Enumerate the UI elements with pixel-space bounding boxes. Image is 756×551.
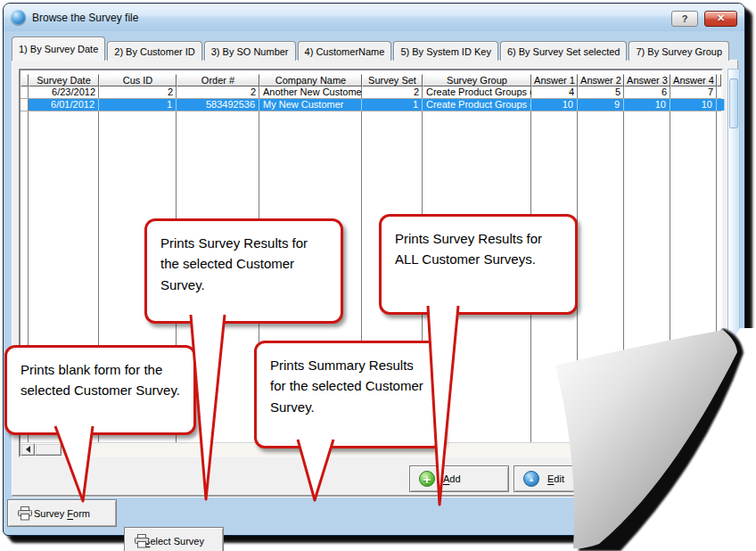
edit-button-label: Edit xyxy=(547,473,564,484)
edit-triangle-icon: ▲ xyxy=(523,471,539,487)
select-survey-button[interactable]: Select Survey xyxy=(124,527,224,551)
header-survey-group: Survey Group xyxy=(423,74,531,86)
printer-icon xyxy=(134,534,150,548)
header-survey-date: Survey Date xyxy=(29,74,99,86)
tab-by-so-number[interactable]: 3) By SO Number xyxy=(204,41,296,61)
tab-by-survey-date[interactable]: 1) By Survey Date xyxy=(12,37,105,61)
app-globe-icon xyxy=(11,10,26,25)
header-gutter xyxy=(21,74,29,86)
button-area-divider xyxy=(12,496,738,498)
titlebar[interactable]: Browse the Survey file ? ✕ xyxy=(4,4,744,31)
callout-all-results: Prints Survey Results for ALL Customer S… xyxy=(379,214,578,315)
tab-customer-name[interactable]: 4) CustomerName xyxy=(298,41,392,61)
browse-survey-window: Browse the Survey file ? ✕ 1) By Survey … xyxy=(3,3,745,536)
table-row-selected[interactable]: 6/01/2012 1 583492536 My New Customer 1 … xyxy=(21,99,721,111)
printer-icon xyxy=(17,506,33,521)
horizontal-scroll-thumb[interactable] xyxy=(35,443,62,456)
survey-form-button[interactable]: Survey Form xyxy=(7,499,117,527)
callout-select-results: Prints Summary Results for the selected … xyxy=(254,341,444,448)
scroll-left-button[interactable] xyxy=(21,443,35,456)
header-answer-1: Answer 1 xyxy=(531,74,578,86)
callout-survey-form: Prints blank form for the selected Custo… xyxy=(4,345,196,435)
survey-form-label: Survey Form xyxy=(34,508,90,519)
vertical-scroll-thumb[interactable] xyxy=(729,78,738,128)
header-answer-3: Answer 3 xyxy=(624,74,670,86)
close-button[interactable]: ✕ xyxy=(704,11,737,27)
edit-button[interactable]: ▲ Edit xyxy=(514,465,599,492)
table-row[interactable]: 6/23/2012 2 2 Another New Customer 2 Cre… xyxy=(21,86,721,99)
tab-by-customer-id[interactable]: 2) By Customer ID xyxy=(107,41,201,61)
left-arrow-icon xyxy=(26,446,30,453)
header-answer-4: Answer 4 xyxy=(670,74,717,86)
add-button[interactable]: + Add xyxy=(409,465,509,492)
tab-bar: 1) By Survey Date 2) By Customer ID 3) B… xyxy=(12,37,729,61)
callout-select-survey: Prints Survey Results for the selected C… xyxy=(144,218,343,324)
vertical-scrollbar[interactable] xyxy=(727,69,740,457)
header-filler xyxy=(717,74,721,86)
header-company-name: Company Name xyxy=(259,74,362,86)
page: Browse the Survey file ? ✕ 1) By Survey … xyxy=(0,0,756,551)
header-order: Order # xyxy=(177,74,259,86)
header-survey-set: Survey Set xyxy=(362,74,423,86)
help-button[interactable]: ? xyxy=(671,11,698,27)
tab-by-survey-group[interactable]: 7) By Survey Group xyxy=(629,41,729,61)
add-plus-icon: + xyxy=(419,471,435,487)
window-title: Browse the Survey file xyxy=(32,12,665,24)
header-cus-id: Cus ID xyxy=(99,74,177,86)
select-survey-label: Select Survey xyxy=(144,536,204,547)
header-answer-2: Answer 2 xyxy=(578,74,624,86)
tab-by-survey-set-selected[interactable]: 6) By Survey Set selected xyxy=(500,41,628,61)
grid-header-row: Survey Date Cus ID Order # Company Name … xyxy=(21,74,721,86)
tab-by-system-id-key[interactable]: 5) By System ID Key xyxy=(393,41,497,61)
add-button-label: Add xyxy=(443,473,461,484)
